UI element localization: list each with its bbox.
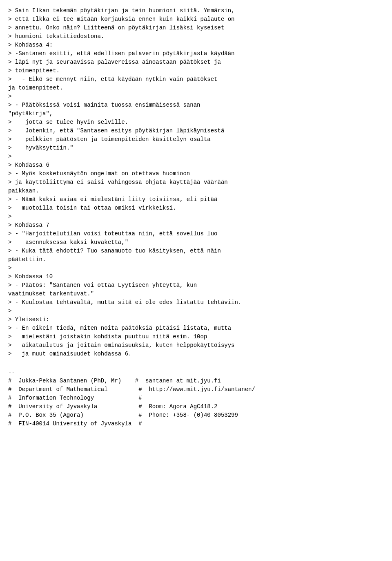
- email-content: > Sain Ilkan tekemän pöytäkirjan ja tein…: [8, 7, 384, 428]
- email-signature: -- # Jukka-Pekka Santanen (PhD, Mr) # sa…: [8, 368, 384, 428]
- email-body: > Sain Ilkan tekemän pöytäkirjan ja tein…: [8, 7, 384, 358]
